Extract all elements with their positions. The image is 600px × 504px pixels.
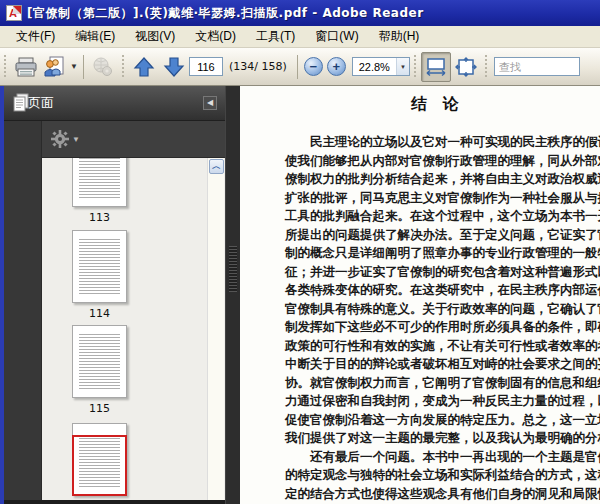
globe-gear-icon [91, 56, 115, 78]
text-line: 使我们能够把从内部对官僚制行政管理的理解，同从外部对官 [285, 152, 585, 171]
thumbnail-image[interactable] [72, 325, 127, 398]
content-area: 页面 ◀ ▼ [0, 86, 600, 504]
review-share-button-disabled [88, 52, 118, 82]
thumbnail-list: 113 114 115 116 ︿ [42, 158, 225, 500]
toolbar: ▼ (134/ 158) − + 2 [0, 48, 600, 86]
menu-file[interactable]: 文件(F) [8, 26, 63, 47]
fit-page-button[interactable] [451, 52, 481, 82]
collaborate-dropdown-caret[interactable]: ▼ [70, 62, 78, 71]
toolbar-separator [83, 55, 84, 79]
adobe-reader-window: A [官僚制（第二版）].(英)戴维·毕瑟姆.扫描版.pdf - Adobe R… [0, 0, 600, 504]
toolbar-drag-handle[interactable] [3, 55, 8, 79]
title-bar[interactable]: A [官僚制（第二版）].(英)戴维·毕瑟姆.扫描版.pdf - Adobe R… [0, 0, 600, 26]
toolbar-separator [297, 55, 298, 79]
pages-panel-header: 页面 ◀ [4, 86, 225, 121]
text-line: 征；并进一步证实了官僚制的研究包含着对这种普遍形式以及 [285, 263, 585, 282]
thumbnail-label: 114 [72, 307, 127, 320]
thumbnail-image[interactable] [72, 158, 127, 207]
thumbnail-image[interactable] [72, 230, 127, 303]
menu-edit[interactable]: 编辑(E) [67, 26, 123, 47]
gear-dropdown-caret[interactable]: ▼ [72, 135, 80, 144]
menu-help[interactable]: 帮助(H) [371, 26, 428, 47]
navigation-pane-strip [4, 86, 42, 504]
collapse-panel-button[interactable]: ◀ [203, 96, 217, 110]
splitter-grip-handle[interactable] [229, 246, 237, 292]
fit-page-icon [455, 57, 477, 77]
document-page[interactable]: 结 论 民主理论的立场以及它对一种可实现的民主秩序的假设， 使我们能够把从内部对… [240, 86, 600, 504]
minus-icon: − [309, 59, 317, 75]
page-body-text: 民主理论的立场以及它对一种可实现的民主秩序的假设， 使我们能够把从内部对官僚制行… [285, 133, 585, 503]
chapter-title: 结 论 [285, 94, 585, 115]
text-line: 的特定观念与独特的社会立场和实际利益结合的方式，这种特 [285, 466, 585, 485]
toolbar-drag-handle[interactable] [413, 55, 418, 79]
text-line: 还有最后一个问题。本书中一再出现的一个主题是官僚制 [285, 448, 585, 467]
text-line: 扩张的批评，同马克思主义对官僚制作为一种社会服从与控制 [285, 189, 585, 208]
text-line: 中断关于目的的辩论或者破坏相互对峙的社会要求之间的妥 [285, 355, 585, 374]
thumbnail-label: 113 [72, 211, 127, 224]
fit-width-icon [425, 57, 447, 77]
text-line: 协。就官僚制权力而言，它阐明了官僚制固有的信息和组织能 [285, 374, 585, 393]
thumbnail-page-115[interactable]: 115 [72, 325, 127, 415]
pages-panel-title: 页面 [28, 94, 54, 112]
text-line: 制的概念只是详细阐明了照章办事的专业行政管理的一般特 [285, 244, 585, 263]
text-line: 定的结合方式也使得这些观念具有他们自身的洞见和局限性。 [285, 485, 585, 504]
text-line: 官僚制具有特殊的意义。关于行政效率的问题，它确认了官僚 [285, 300, 585, 319]
thumbnail-image[interactable] [72, 423, 127, 496]
chevron-up-icon: ︿ [212, 161, 221, 171]
collaborate-button[interactable]: ▼ [41, 52, 79, 82]
text-line: 所提出的问题提供了解决办法。至于定义问题，它证实了官僚 [285, 226, 585, 245]
text-line: 我们提供了对这一主题的最完整，以及我认为最明确的分析。 [285, 429, 585, 448]
print-button[interactable] [11, 52, 41, 82]
adobe-pdf-icon: A [6, 5, 22, 21]
menu-document[interactable]: 文档(D) [187, 26, 244, 47]
gear-icon[interactable] [50, 129, 70, 149]
down-arrow-icon [163, 56, 185, 78]
previous-page-button[interactable] [129, 52, 159, 82]
toolbar-drag-handle[interactable] [484, 55, 489, 79]
scroll-up-button[interactable]: ︿ [209, 159, 224, 174]
thumbnail-options-bar: ▼ [42, 121, 225, 158]
page-number-input[interactable] [189, 57, 223, 76]
thumbnail-page-116-selected[interactable]: 116 [72, 423, 127, 500]
collaborate-icon [42, 55, 68, 79]
current-view-red-box[interactable] [72, 435, 127, 496]
window-title: [官僚制（第二版）].(英)戴维·毕瑟姆.扫描版.pdf - Adobe Rea… [27, 5, 424, 22]
thumbnail-label: 115 [72, 402, 127, 415]
text-line: 政策的可行性和有效的实施，不让有关可行性或者效率的考虑 [285, 337, 585, 356]
plus-icon: + [332, 59, 340, 75]
text-line: 力通过保密和自我封闭，变成为一种反民主力量的过程，以及 [285, 392, 585, 411]
pages-icon[interactable] [12, 93, 30, 113]
zoom-level-combo[interactable]: 22.8% ▼ [352, 57, 410, 76]
next-page-button[interactable] [159, 52, 189, 82]
text-line: 各类特殊变体的研究。在这类研究中，在民主秩序内部运作的 [285, 281, 585, 300]
menu-window[interactable]: 窗口(W) [307, 26, 366, 47]
panel-splitter[interactable] [225, 86, 240, 504]
toolbar-drag-handle[interactable] [121, 55, 126, 79]
text-line: 制发挥如下这些必不可少的作用时所必须具备的条件，即确保 [285, 318, 585, 337]
text-line: 民主理论的立场以及它对一种可实现的民主秩序的假设， [285, 133, 585, 152]
text-line: 促使官僚制沿着这一方向发展的特定压力。总之，这一立场为 [285, 411, 585, 430]
printer-icon [14, 56, 38, 78]
zoom-in-button[interactable]: + [327, 57, 346, 76]
text-line: 僚制权力的批判分析结合起来，并将自由主义对政治权威过分 [285, 170, 585, 189]
thumbnail-page-113[interactable]: 113 [72, 158, 127, 224]
menu-view[interactable]: 视图(V) [127, 26, 183, 47]
collapse-left-icon: ◀ [207, 98, 213, 107]
sidebar-bottom-edge [4, 500, 225, 504]
text-line: 工具的批判融合起来。在这个过程中，这个立场为本书一开始 [285, 207, 585, 226]
up-arrow-icon [133, 56, 155, 78]
zoom-out-button[interactable]: − [304, 57, 323, 76]
page-count-label: (134/ 158) [229, 60, 287, 73]
chevron-down-icon[interactable]: ▼ [396, 58, 409, 75]
menu-tools[interactable]: 工具(T) [248, 26, 303, 47]
fit-width-button[interactable] [421, 52, 451, 82]
thumbnail-page-114[interactable]: 114 [72, 230, 127, 320]
menu-bar: 文件(F) 编辑(E) 视图(V) 文档(D) 工具(T) 窗口(W) 帮助(H… [0, 26, 600, 48]
search-input[interactable] [494, 57, 580, 76]
zoom-level-value: 22.8% [353, 61, 396, 73]
thumbnail-scrollbar[interactable]: ︿ [207, 158, 224, 500]
